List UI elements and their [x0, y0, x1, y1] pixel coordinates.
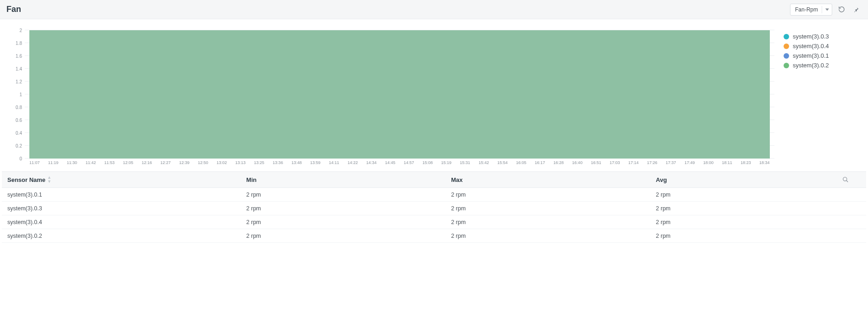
x-tick-label: 15:19: [441, 160, 452, 165]
x-tick-label: 14:11: [329, 160, 339, 165]
legend-swatch: [784, 34, 789, 39]
x-tick-label: 16:51: [591, 160, 601, 165]
legend-label: system(3).0.3: [793, 33, 829, 40]
x-tick-label: 14:57: [404, 160, 414, 165]
x-tick-label: 11:42: [85, 160, 96, 165]
x-tick-label: 11:07: [29, 160, 40, 165]
x-tick-label: 16:40: [572, 160, 583, 165]
x-tick-label: 16:05: [516, 160, 527, 165]
x-tick-label: 13:59: [310, 160, 321, 165]
column-header-min[interactable]: Min: [246, 176, 451, 183]
cell-sensor: system(3).0.2: [7, 233, 246, 239]
legend-label: system(3).0.1: [793, 52, 829, 59]
cell-max: 2 rpm: [451, 233, 656, 239]
column-header-sensor[interactable]: Sensor Name ▲▼: [7, 175, 246, 184]
cell-sensor: system(3).0.3: [7, 205, 246, 212]
legend-item[interactable]: system(3).0.4: [784, 43, 862, 49]
x-tick-label: 16:17: [535, 160, 545, 165]
y-tick-label: 0.8: [16, 105, 22, 110]
cell-avg: 2 rpm: [656, 192, 842, 198]
x-tick-label: 15:08: [423, 160, 433, 165]
y-tick-label: 1.2: [16, 79, 22, 84]
cell-min: 2 rpm: [246, 233, 451, 239]
chart-panel: 00.20.40.60.811.21.41.61.82 11:0711:1911…: [6, 30, 774, 168]
x-tick-label: 18:34: [759, 160, 770, 165]
svg-line-1: [846, 181, 848, 182]
legend-label: system(3).0.2: [793, 62, 829, 69]
y-tick-label: 2: [19, 28, 22, 33]
legend-item[interactable]: system(3).0.1: [784, 52, 862, 59]
x-tick-label: 17:14: [629, 160, 639, 165]
table-row[interactable]: system(3).0.22 rpm2 rpm2 rpm: [2, 229, 866, 243]
x-tick-label: 13:13: [235, 160, 246, 165]
x-tick-label: 13:36: [273, 160, 283, 165]
y-tick-label: 1: [19, 92, 22, 97]
x-tick-label: 17:26: [647, 160, 657, 165]
x-tick-label: 12:05: [123, 160, 134, 165]
x-tick-label: 17:49: [684, 160, 695, 165]
table-row[interactable]: system(3).0.12 rpm2 rpm2 rpm: [2, 188, 866, 202]
y-tick-label: 0.4: [16, 131, 22, 136]
x-tick-label: 18:11: [722, 160, 732, 165]
legend-item[interactable]: system(3).0.3: [784, 33, 862, 40]
legend-label: system(3).0.4: [793, 43, 829, 49]
column-header-avg[interactable]: Avg: [656, 176, 842, 183]
cell-max: 2 rpm: [451, 192, 656, 198]
x-tick-label: 16:28: [553, 160, 564, 165]
svg-point-0: [843, 177, 847, 181]
chart-series-area: [29, 30, 770, 159]
y-tick-label: 1.6: [16, 54, 22, 59]
legend-item[interactable]: system(3).0.2: [784, 62, 862, 69]
legend-swatch: [784, 53, 789, 59]
x-tick-label: 11:30: [67, 160, 78, 165]
x-tick-label: 15:42: [479, 160, 489, 165]
x-tick-label: 12:39: [179, 160, 189, 165]
x-tick-label: 12:27: [161, 160, 171, 165]
x-tick-label: 14:45: [385, 160, 395, 165]
x-tick-label: 14:34: [366, 160, 377, 165]
cell-max: 2 rpm: [451, 219, 656, 225]
cell-avg: 2 rpm: [656, 219, 842, 225]
x-tick-label: 13:48: [291, 160, 302, 165]
cell-sensor: system(3).0.4: [7, 219, 246, 225]
column-header-max[interactable]: Max: [451, 176, 656, 183]
legend-swatch: [784, 44, 789, 49]
panel-header-controls: Fan-Rpm: [790, 4, 862, 16]
x-tick-label: 11:19: [48, 160, 59, 165]
pin-button[interactable]: [851, 4, 862, 15]
refresh-button[interactable]: [836, 4, 847, 15]
cell-max: 2 rpm: [451, 205, 656, 212]
x-tick-label: 13:02: [217, 160, 227, 165]
cell-sensor: system(3).0.1: [7, 192, 246, 198]
panel-header: Fan Fan-Rpm: [0, 0, 868, 19]
y-tick-label: 1.4: [16, 66, 22, 71]
x-tick-label: 12:50: [198, 160, 208, 165]
x-tick-label: 18:23: [740, 160, 751, 165]
x-tick-label: 17:37: [666, 160, 676, 165]
cell-avg: 2 rpm: [656, 205, 842, 212]
y-tick-label: 0.6: [16, 118, 22, 123]
x-tick-label: 13:25: [254, 160, 265, 165]
x-tick-label: 15:54: [497, 160, 508, 165]
chart-plot[interactable]: 00.20.40.60.811.21.41.61.82: [25, 30, 774, 159]
y-tick-label: 0: [19, 156, 22, 161]
table-header-row: Sensor Name ▲▼ Min Max Avg: [2, 171, 866, 188]
x-tick-label: 18:00: [703, 160, 714, 165]
table-search-button[interactable]: [842, 176, 861, 183]
x-tick-label: 12:16: [142, 160, 152, 165]
x-tick-label: 11:53: [104, 160, 115, 165]
metric-select-dropdown[interactable]: Fan-Rpm: [790, 4, 832, 16]
x-tick-label: 15:31: [460, 160, 470, 165]
x-tick-label: 17:03: [610, 160, 620, 165]
chart-legend: system(3).0.3system(3).0.4system(3).0.1s…: [784, 30, 862, 168]
table-row[interactable]: system(3).0.32 rpm2 rpm2 rpm: [2, 202, 866, 215]
y-tick-label: 0.2: [16, 143, 22, 148]
sort-icon: ▲▼: [47, 175, 51, 184]
metric-select-label: Fan-Rpm: [795, 6, 818, 13]
cell-min: 2 rpm: [246, 192, 451, 198]
table-row[interactable]: system(3).0.42 rpm2 rpm2 rpm: [2, 215, 866, 229]
table-body: system(3).0.12 rpm2 rpm2 rpmsystem(3).0.…: [2, 188, 866, 243]
cell-min: 2 rpm: [246, 205, 451, 212]
chevron-down-icon: [822, 6, 829, 13]
legend-swatch: [784, 63, 789, 68]
